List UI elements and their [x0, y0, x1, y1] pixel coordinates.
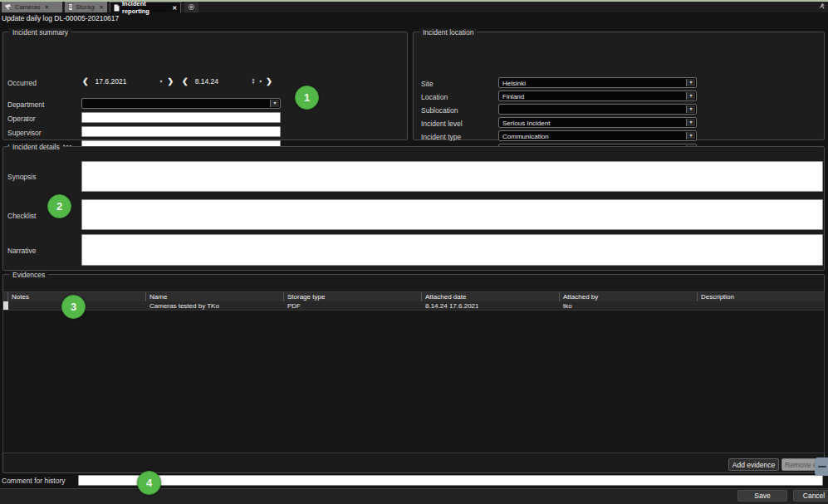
annotation-marker-3: 3: [61, 295, 86, 319]
overlay-badge[interactable]: [815, 458, 828, 476]
time-caret-icon[interactable]: ▾: [259, 78, 262, 85]
site-select[interactable]: Helsinki ▾: [498, 77, 697, 88]
cell-attached-by: tko: [560, 301, 698, 310]
comment-for-history-label: Comment for history: [2, 477, 66, 485]
annotation-number: 1: [304, 91, 310, 104]
department-select[interactable]: ▾: [81, 98, 281, 109]
incident-type-select[interactable]: Communication ▾: [498, 130, 697, 141]
cell-name: Cameras tested by TKo: [146, 301, 284, 310]
date-caret-icon[interactable]: ▾: [160, 78, 163, 85]
annotation-marker-1: 1: [295, 86, 319, 110]
bottom-bar: [0, 488, 828, 504]
badge-dash-icon: [818, 466, 826, 467]
close-icon[interactable]: ✕: [99, 4, 104, 10]
column-header-attached-date[interactable]: Attached date: [422, 292, 560, 301]
column-header-name[interactable]: Name: [146, 292, 284, 301]
site-label: Site: [421, 80, 434, 88]
caret-down-icon[interactable]: ▾: [270, 100, 279, 107]
operator-input[interactable]: [81, 112, 281, 123]
sublocation-label: Sublocation: [421, 106, 458, 115]
save-button[interactable]: Save: [737, 490, 787, 502]
site-value: Helsinki: [502, 80, 526, 87]
incident-location-panel: Incident location Site Helsinki ▾ Locati…: [413, 32, 825, 140]
evidences-table-header: Notes Name Storage type Attached date At…: [3, 292, 824, 301]
record-icon: [189, 4, 194, 10]
panel-title: Incident details: [9, 143, 63, 151]
pin-icon[interactable]: [819, 2, 826, 10]
tab-label: Storage locker: [76, 3, 95, 11]
incident-type-label: Incident type: [421, 133, 461, 141]
annotation-marker-2: 2: [47, 194, 71, 218]
tab-label: Cameras: [15, 3, 40, 11]
tab-label: Incident reporting: [122, 0, 168, 15]
storage-locker-icon: [68, 3, 73, 11]
annotation-marker-4: 4: [137, 471, 161, 495]
sublocation-select[interactable]: ▾: [498, 104, 697, 115]
synopsis-textarea[interactable]: [81, 161, 823, 192]
tab-new-circle[interactable]: [184, 2, 198, 12]
date-value[interactable]: 17.6.2021: [96, 77, 154, 86]
time-next-icon[interactable]: ❯: [266, 77, 272, 86]
supervisor-label: Supervisor: [7, 129, 42, 137]
tab-bar: Cameras ✕ Storage locker ✕ Incident repo…: [0, 2, 828, 12]
tab-storage-locker[interactable]: Storage locker ✕: [65, 2, 107, 12]
camera-icon: [5, 4, 12, 10]
supervisor-input[interactable]: [81, 126, 281, 137]
incident-summary-panel: Incident summary Occurred ❮ 17.6.2021 ▾ …: [2, 32, 408, 140]
occurred-label: Occurred: [7, 79, 37, 87]
operator-label: Operator: [7, 115, 36, 123]
location-label: Location: [421, 93, 448, 101]
incident-details-panel: Incident details Synopsis Checklist Narr…: [2, 146, 825, 271]
incident-type-value: Communication: [502, 133, 549, 140]
caret-down-icon[interactable]: ▾: [686, 79, 695, 86]
caret-down-icon[interactable]: ▾: [686, 132, 695, 139]
add-evidence-button[interactable]: Add evidence: [728, 458, 779, 471]
location-value: Finland: [502, 93, 524, 100]
panel-title: Evidences: [9, 271, 48, 279]
document-icon: [114, 4, 120, 12]
evidences-table: Notes Name Storage type Attached date At…: [2, 291, 825, 453]
caret-down-icon[interactable]: ▾: [686, 92, 695, 100]
cell-attached-date: 8.14.24 17.6.2021: [422, 301, 560, 310]
narrative-label: Narrative: [7, 247, 36, 255]
caret-down-icon[interactable]: ▾: [686, 105, 695, 113]
tab-cameras[interactable]: Cameras ✕: [2, 2, 62, 12]
cancel-button[interactable]: Cancel: [793, 490, 828, 502]
panel-title: Incident location: [419, 28, 477, 37]
incident-level-select[interactable]: Serious Incident ▾: [498, 117, 697, 128]
narrative-textarea[interactable]: [81, 234, 823, 266]
caret-down-icon[interactable]: ▾: [686, 119, 695, 126]
tab-incident-reporting[interactable]: Incident reporting ✕: [110, 2, 181, 12]
annotation-number: 3: [71, 301, 76, 313]
spin-down-icon[interactable]: ▼: [252, 81, 255, 85]
department-label: Department: [7, 100, 44, 109]
checklist-label: Checklist: [7, 212, 36, 220]
close-icon[interactable]: ✕: [172, 5, 177, 11]
annotation-number: 2: [56, 200, 62, 213]
column-header-description[interactable]: Description: [698, 292, 824, 301]
cell-storage-type: PDF: [284, 301, 422, 310]
comment-for-history-input[interactable]: [78, 475, 823, 486]
occurred-datetime-picker: ❮ 17.6.2021 ▾ ❯ ❮ 8.14.24 ▲ ▼ ▾ ❯: [82, 76, 272, 87]
location-select[interactable]: Finland ▾: [498, 91, 697, 101]
close-icon[interactable]: ✕: [44, 4, 49, 10]
time-spinner[interactable]: ▲ ▼: [252, 78, 255, 85]
time-prev-icon[interactable]: ❮: [182, 77, 189, 86]
incident-level-label: Incident level: [421, 120, 463, 128]
page-title: Update daily log DL-00005-20210617: [2, 14, 119, 22]
column-header-storage-type[interactable]: Storage type: [284, 292, 422, 301]
checklist-textarea[interactable]: [81, 199, 823, 230]
incident-reporting-window: { "colors": { "annotation_green": "#54b8…: [0, 0, 828, 504]
cell-description: [698, 301, 824, 310]
panel-title: Incident summary: [9, 28, 71, 37]
date-prev-icon[interactable]: ❮: [82, 77, 89, 86]
column-header-attached-by[interactable]: Attached by: [560, 292, 698, 301]
synopsis-label: Synopsis: [7, 173, 37, 181]
incident-level-value: Serious Incident: [502, 120, 550, 127]
evidence-row[interactable]: Cameras tested by TKo PDF 8.14.24 17.6.2…: [3, 301, 824, 311]
time-value[interactable]: 8.14.24: [195, 77, 247, 86]
annotation-number: 4: [146, 477, 152, 489]
date-next-icon[interactable]: ❯: [168, 77, 174, 86]
